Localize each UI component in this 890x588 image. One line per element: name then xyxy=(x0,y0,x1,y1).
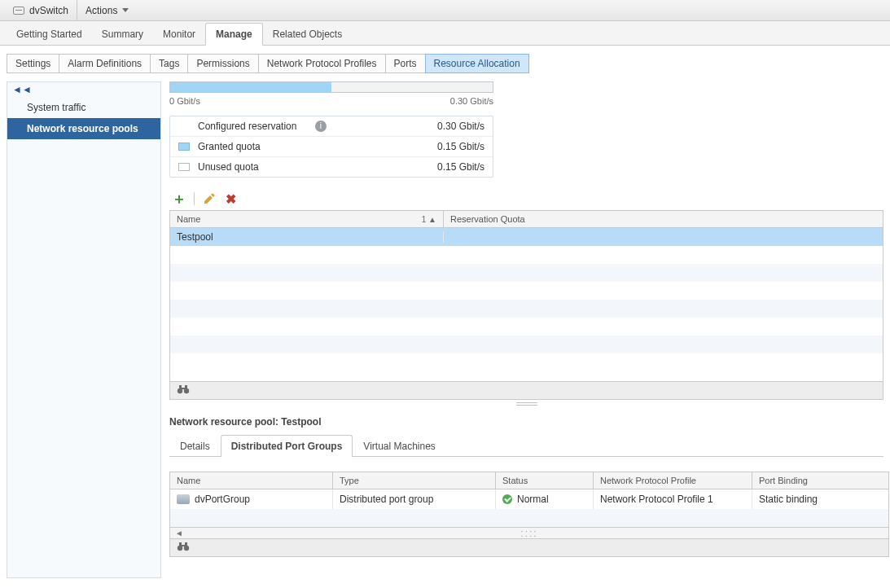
subtab-alarm-definitions[interactable]: Alarm Definitions xyxy=(59,54,151,73)
detail-tab-virtual-machines[interactable]: Virtual Machines xyxy=(353,435,446,457)
column-header-npp[interactable]: Network Protocol Profile xyxy=(594,472,752,489)
tab-getting-started[interactable]: Getting Started xyxy=(7,24,92,45)
legend-swatch-unused xyxy=(178,163,190,171)
table-row-empty xyxy=(170,282,883,300)
sidebar-item-network-resource-pools[interactable]: Network resource pools xyxy=(7,118,160,139)
table-row-empty xyxy=(170,318,883,336)
chevron-down-icon xyxy=(122,8,129,12)
manage-subtab-bar: Settings Alarm Definitions Tags Permissi… xyxy=(0,46,890,81)
scroll-left-icon[interactable]: ◄ xyxy=(175,529,183,538)
column-header-port-binding[interactable]: Port Binding xyxy=(752,472,888,489)
sidebar-collapse-button[interactable]: ◄◄ xyxy=(7,82,160,97)
actions-label: Actions xyxy=(85,5,117,16)
cell-name: dvPortGroup xyxy=(170,489,333,509)
subtab-ports[interactable]: Ports xyxy=(385,54,426,73)
object-name: dvSwitch xyxy=(29,5,68,16)
table-row-empty xyxy=(170,353,883,381)
sidebar-item-system-traffic[interactable]: System traffic xyxy=(7,97,160,118)
svg-rect-7 xyxy=(179,542,182,546)
scroll-grip-icon: :::: xyxy=(520,528,537,539)
delete-button[interactable]: ✖ xyxy=(224,192,237,205)
info-icon[interactable]: i xyxy=(315,121,327,132)
stat-granted-quota: Granted quota 0.15 Gbit/s xyxy=(170,137,493,157)
subtab-resource-allocation[interactable]: Resource Allocation xyxy=(425,54,529,73)
column-header-name[interactable]: Name xyxy=(170,472,333,489)
dvswitch-icon xyxy=(13,7,24,15)
stat-value: 0.15 Gbit/s xyxy=(437,141,484,152)
table-row-empty xyxy=(170,336,883,353)
table-row-empty xyxy=(170,300,883,318)
edit-button[interactable] xyxy=(203,192,216,205)
stat-value: 0.15 Gbit/s xyxy=(437,161,484,173)
tab-monitor[interactable]: Monitor xyxy=(153,24,205,45)
stat-label: Configured reservation xyxy=(198,121,309,132)
column-header-label: Reservation Quota xyxy=(450,214,525,224)
subtab-tags[interactable]: Tags xyxy=(150,54,188,73)
portgroup-icon xyxy=(177,494,190,504)
port-groups-grid: Name Type Status Network Protocol Profil… xyxy=(169,472,889,557)
binoculars-icon[interactable] xyxy=(177,384,190,397)
sort-indicator: 1 ▲ xyxy=(422,215,436,224)
column-header-status[interactable]: Status xyxy=(496,472,594,489)
svg-rect-2 xyxy=(179,385,182,388)
content-area: 0 Gbit/s 0.30 Gbit/s Configured reservat… xyxy=(169,81,883,578)
column-header-type[interactable]: Type xyxy=(333,472,496,489)
horizontal-scrollbar[interactable]: ◄ :::: xyxy=(170,527,888,538)
pools-toolbar: ＋ ✖ xyxy=(169,191,883,207)
reservation-stats: Configured reservation i 0.30 Gbit/s Gra… xyxy=(169,116,493,178)
column-header-name[interactable]: Name 1 ▲ xyxy=(170,211,444,227)
resource-allocation-sidebar: ◄◄ System traffic Network resource pools xyxy=(7,81,161,578)
table-row-empty xyxy=(170,246,883,264)
titlebar: dvSwitch Actions xyxy=(0,0,890,21)
actions-menu[interactable]: Actions xyxy=(77,0,137,21)
detail-tab-bar: Details Distributed Port Groups Virtual … xyxy=(169,434,883,457)
stat-unused-quota: Unused quota 0.15 Gbit/s xyxy=(170,157,493,177)
tab-manage[interactable]: Manage xyxy=(205,23,263,46)
cell-npp: Network Protocol Profile 1 xyxy=(594,489,752,509)
object-breadcrumb[interactable]: dvSwitch xyxy=(5,0,77,21)
svg-rect-4 xyxy=(182,388,185,389)
subtab-settings[interactable]: Settings xyxy=(7,54,59,73)
detail-tab-details[interactable]: Details xyxy=(169,435,221,457)
pencil-icon xyxy=(203,192,216,205)
tab-related-objects[interactable]: Related Objects xyxy=(263,24,352,45)
binoculars-icon[interactable] xyxy=(177,541,190,555)
capacity-bar xyxy=(169,81,493,93)
subtab-network-protocol-profiles[interactable]: Network Protocol Profiles xyxy=(258,54,386,73)
stat-value: 0.30 Gbit/s xyxy=(437,121,484,132)
detail-tab-distributed-port-groups[interactable]: Distributed Port Groups xyxy=(221,435,353,457)
cell-type: Distributed port group xyxy=(333,489,496,509)
table-row-empty xyxy=(170,264,883,282)
resource-pools-grid: Name 1 ▲ Reservation Quota Testpool xyxy=(169,210,883,400)
capacity-bar-remaining xyxy=(331,82,493,92)
cell-status: Normal xyxy=(496,489,594,509)
stat-label: Granted quota xyxy=(198,141,318,152)
svg-rect-3 xyxy=(185,385,187,388)
svg-rect-9 xyxy=(182,545,185,546)
table-row[interactable]: dvPortGroup Distributed port group Norma… xyxy=(170,489,888,509)
main-tab-bar: Getting Started Summary Monitor Manage R… xyxy=(0,21,890,46)
table-row[interactable]: Testpool xyxy=(170,228,883,246)
stat-label: Unused quota xyxy=(198,161,318,173)
cell-name: Testpool xyxy=(170,231,444,243)
stat-configured-reservation: Configured reservation i 0.30 Gbit/s xyxy=(170,116,493,137)
column-header-label: Name xyxy=(177,214,200,224)
legend-swatch-granted xyxy=(178,143,190,151)
cell-text: Normal xyxy=(517,494,549,505)
capacity-bar-fill xyxy=(170,82,331,92)
status-ok-icon xyxy=(502,494,512,504)
column-header-reservation-quota[interactable]: Reservation Quota xyxy=(444,211,883,227)
detail-panel-title: Network resource pool: Testpool xyxy=(169,416,883,428)
add-button[interactable]: ＋ xyxy=(173,192,186,205)
splitter-handle[interactable] xyxy=(169,400,883,408)
tab-summary[interactable]: Summary xyxy=(92,24,153,45)
toolbar-separator xyxy=(194,192,195,205)
subtab-permissions[interactable]: Permissions xyxy=(187,54,258,73)
capacity-min-label: 0 Gbit/s xyxy=(169,96,200,106)
cell-port-binding: Static binding xyxy=(752,489,888,509)
table-row-empty xyxy=(170,509,888,527)
capacity-max-label: 0.30 Gbit/s xyxy=(450,96,493,106)
cell-text: dvPortGroup xyxy=(195,494,250,505)
svg-rect-8 xyxy=(185,542,187,546)
